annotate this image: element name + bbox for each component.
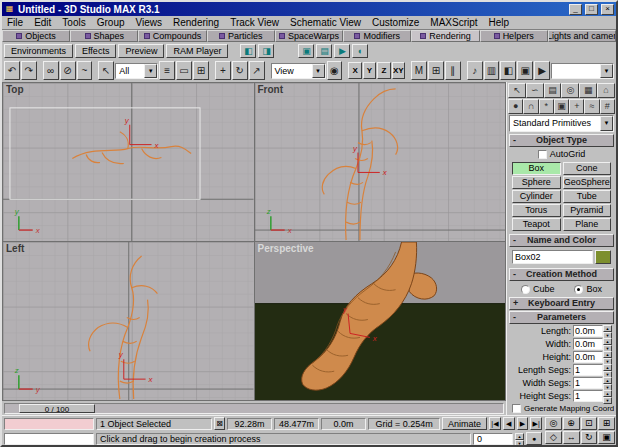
tab-modifiers[interactable]: Modifiers — [343, 30, 411, 42]
spinner[interactable]: ▲▼ — [603, 325, 612, 337]
go-to-end-button[interactable]: ▶| — [530, 417, 542, 430]
spinner[interactable]: ▲▼ — [603, 338, 612, 350]
menu-item-maxscript[interactable]: MAXScript — [430, 17, 477, 28]
length-segs-field[interactable]: 1 — [573, 364, 603, 376]
menu-item-views[interactable]: Views — [136, 17, 163, 28]
spinner-up-icon[interactable]: ▲ — [603, 377, 612, 384]
render-type-icon[interactable]: ▤ — [316, 44, 332, 58]
spinner[interactable]: ▲▼ — [603, 377, 612, 389]
tab-lights-and-cameras[interactable]: Lights and cameras — [548, 30, 616, 42]
maximize-button[interactable]: □ — [585, 4, 598, 15]
hierarchy-tab-icon[interactable]: ▤ — [544, 83, 562, 98]
min-max-toggle-icon[interactable]: ▣ — [598, 431, 615, 444]
spinner-up-icon[interactable]: ▲ — [515, 433, 524, 440]
select-object-icon[interactable]: ↖ — [98, 61, 114, 80]
spinner-up-icon[interactable]: ▲ — [603, 390, 612, 397]
array-icon[interactable]: ⊞ — [428, 61, 444, 80]
teapot-button[interactable]: Teapot — [512, 218, 561, 231]
go-to-start-button[interactable]: |◀ — [489, 417, 501, 430]
unlink-selection-icon[interactable]: ⊘ — [60, 61, 76, 80]
reference-coordsys-dropdown[interactable]: View ▼ — [271, 63, 326, 79]
tab-spacewarps[interactable]: SpaceWarps — [275, 30, 343, 42]
parameters-rollout-header[interactable]: - Parameters — [509, 311, 614, 324]
restrict-y-button[interactable]: Y — [363, 62, 376, 79]
zoom-extents-all-icon[interactable]: ⊞ — [598, 417, 615, 430]
arc-rotate-icon[interactable]: ↻ — [581, 431, 598, 444]
region-select-icon[interactable]: ▭ — [176, 61, 192, 80]
coordinate-z-field[interactable]: 0.0m — [321, 418, 366, 430]
width-segs-field[interactable]: 1 — [573, 377, 603, 389]
spinner-up-icon[interactable]: ▲ — [603, 364, 612, 371]
coordinate-x-field[interactable]: 92.28m — [227, 418, 272, 430]
spinner[interactable]: ▲▼ — [603, 351, 612, 363]
width-field[interactable]: 0.0m — [573, 338, 603, 350]
viewport-perspective[interactable]: x y Perspective — [255, 242, 506, 400]
tab-shapes[interactable]: Shapes — [70, 30, 138, 42]
select-and-rotate-icon[interactable]: ↻ — [232, 61, 248, 80]
generate-mapping-coords-checkbox[interactable] — [512, 404, 521, 413]
material-editor-icon[interactable]: ◧ — [240, 44, 256, 58]
systems-icon[interactable]: # — [600, 99, 615, 114]
sphere-button[interactable]: Sphere — [512, 176, 561, 189]
menu-item-group[interactable]: Group — [97, 17, 125, 28]
render-scene-icon[interactable]: ▣ — [517, 61, 533, 80]
menu-item-schematic-view[interactable]: Schematic View — [290, 17, 361, 28]
time-slider-handle[interactable]: 0 / 100 — [19, 404, 95, 413]
tab-objects[interactable]: Objects — [2, 30, 70, 42]
field-of-view-icon[interactable]: ◇ — [545, 431, 562, 444]
tab-helpers[interactable]: Helpers — [480, 30, 548, 42]
bind-to-spacewarp-icon[interactable]: ~ — [77, 61, 93, 80]
restrict-xy-plane-button[interactable]: XY — [392, 62, 405, 79]
undo-icon[interactable]: ↶ — [4, 61, 20, 80]
current-time-field[interactable]: 0 — [473, 433, 513, 445]
play-button[interactable]: ▶ — [517, 417, 529, 430]
window-crossing-icon[interactable]: ⊞ — [193, 61, 209, 80]
spinner-up-icon[interactable]: ▲ — [603, 338, 612, 345]
zoom-extents-icon[interactable]: ⊡ — [581, 417, 598, 430]
select-and-move-icon[interactable]: + — [215, 61, 231, 80]
ram-player-button[interactable]: RAM Player — [166, 44, 228, 58]
zoom-all-icon[interactable]: ⊕ — [563, 417, 580, 430]
tube-button[interactable]: Tube — [563, 190, 612, 203]
time-spinner[interactable]: ▲▼ — [515, 433, 524, 445]
use-pivot-center-icon[interactable]: ◉ — [327, 61, 343, 80]
motion-tab-icon[interactable]: ◎ — [561, 83, 579, 98]
viewport-label[interactable]: Top — [6, 84, 24, 95]
helpers-icon[interactable]: + — [569, 99, 584, 114]
utilities-tab-icon[interactable]: ⌂ — [597, 83, 615, 98]
spinner-up-icon[interactable]: ▲ — [603, 351, 612, 358]
viewport-top[interactable]: x y y x Top — [3, 83, 254, 241]
pan-icon[interactable]: ↔ — [563, 431, 580, 444]
chevron-down-icon[interactable]: ▼ — [144, 64, 157, 78]
height-field[interactable]: 0.0m — [573, 351, 603, 363]
shapes-icon[interactable]: ∩ — [523, 99, 538, 114]
object-name-field[interactable]: Box02 — [512, 250, 593, 264]
tab-particles[interactable]: Particles — [207, 30, 275, 42]
minimize-button[interactable]: _ — [569, 4, 582, 15]
tab-compounds[interactable]: Compounds — [138, 30, 206, 42]
menu-item-help[interactable]: Help — [489, 17, 510, 28]
restrict-z-button[interactable]: Z — [377, 62, 390, 79]
menu-item-file[interactable]: File — [7, 17, 23, 28]
viewport-left[interactable]: x y z y Left — [3, 242, 254, 400]
lights-icon[interactable]: * — [539, 99, 554, 114]
creation-method-rollout-header[interactable]: - Creation Method — [509, 268, 614, 281]
modify-tab-icon[interactable]: ∽ — [526, 83, 544, 98]
space-warps-icon[interactable]: ≈ — [584, 99, 599, 114]
close-button[interactable]: × — [601, 4, 614, 15]
viewport-front[interactable]: x y z x Front — [255, 83, 506, 241]
redo-icon[interactable]: ↷ — [21, 61, 37, 80]
key-mode-toggle[interactable]: ● — [526, 432, 542, 445]
select-and-scale-icon[interactable]: ↗ — [249, 61, 265, 80]
keyboard-entry-rollout-header[interactable]: + Keyboard Entry — [509, 297, 614, 310]
torus-button[interactable]: Torus — [512, 204, 561, 217]
spinner[interactable]: ▲▼ — [603, 364, 612, 376]
box-button[interactable]: Box — [512, 162, 561, 175]
mirror-icon[interactable]: M — [411, 61, 427, 80]
schematic-view-icon[interactable]: ▥ — [484, 61, 500, 80]
named-selection-dropdown[interactable]: ▼ — [551, 63, 614, 79]
spinner-up-icon[interactable]: ▲ — [603, 325, 612, 332]
pyramid-button[interactable]: Pyramid — [563, 204, 612, 217]
box-radio[interactable]: Box — [574, 284, 602, 294]
menu-item-edit[interactable]: Edit — [34, 17, 51, 28]
